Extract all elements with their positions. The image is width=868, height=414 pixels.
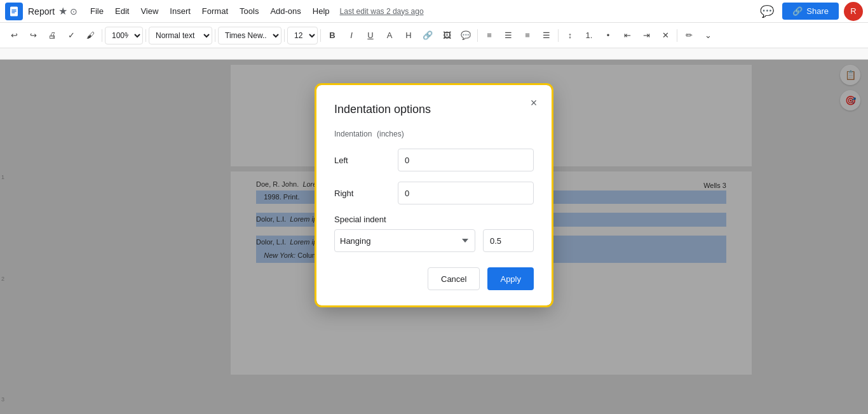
menu-view[interactable]: View — [135, 4, 163, 18]
menu-bar: File Edit View Insert Format Tools Add-o… — [85, 4, 335, 18]
toolbar: ↩ ↪ 🖨 ✓ 🖌 100% 75% 150% Normal text Head… — [0, 23, 868, 48]
indentation-text: Indentation — [334, 130, 372, 138]
decrease-indent-button[interactable]: ⇤ — [618, 27, 636, 44]
share-icon: 🔗 — [792, 6, 803, 16]
svg-rect-2 — [11, 11, 17, 11]
font-select[interactable]: Times New... Arial Georgia — [218, 27, 281, 44]
right-field-row: Right — [334, 182, 534, 204]
user-avatar: R — [844, 2, 863, 21]
indentation-label: Indentation (inches) — [334, 129, 534, 138]
app-icon — [5, 3, 23, 20]
justify-button[interactable]: ☰ — [538, 27, 555, 44]
menu-file[interactable]: File — [85, 4, 109, 18]
dialog-actions: Cancel Apply — [334, 267, 534, 290]
line-spacing-button[interactable]: ↕ — [561, 27, 579, 44]
expand-toolbar-button[interactable]: ⌄ — [699, 27, 717, 44]
font-size-select[interactable]: 12 10 14 16 — [287, 27, 318, 44]
bullet-list-button[interactable]: • — [599, 27, 617, 44]
dialog-title: Indentation options — [334, 103, 534, 116]
align-right-button[interactable]: ≡ — [519, 27, 536, 44]
cancel-button[interactable]: Cancel — [428, 267, 480, 290]
special-indent-value-input[interactable] — [483, 229, 534, 252]
menu-edit[interactable]: Edit — [110, 4, 134, 18]
history-icon[interactable]: ⊙ — [70, 6, 78, 17]
toolbar-separator-2 — [146, 29, 146, 42]
image-button[interactable]: 🖼 — [438, 27, 456, 44]
modal-overlay: Indentation options × Indentation (inche… — [0, 60, 868, 414]
align-left-button[interactable]: ≡ — [480, 27, 498, 44]
highlight-button[interactable]: H — [400, 27, 417, 44]
toolbar-separator-1 — [102, 29, 102, 42]
left-field-row: Left — [334, 149, 534, 171]
toolbar-separator-7 — [558, 29, 559, 42]
special-indent-row: None First line Hanging — [334, 229, 534, 252]
chat-icon-button[interactable]: 💬 — [757, 1, 777, 22]
menu-tools[interactable]: Tools — [234, 4, 264, 18]
apply-button[interactable]: Apply — [487, 267, 534, 290]
right-actions: 💬 🔗 Share R — [757, 1, 863, 22]
share-button[interactable]: 🔗 Share — [782, 3, 839, 20]
undo-button[interactable]: ↩ — [5, 27, 23, 44]
increase-indent-button[interactable]: ⇥ — [637, 27, 655, 44]
menu-insert[interactable]: Insert — [165, 4, 196, 18]
drawing-mode-button[interactable]: ✏ — [680, 27, 698, 44]
left-label: Left — [334, 156, 398, 165]
doc-area: 1 2 3 Wells 3 Doe, R. John. Lorem ipsum … — [0, 60, 868, 414]
dialog-close-button[interactable]: × — [525, 94, 543, 112]
toolbar-separator-8 — [677, 29, 677, 42]
svg-rect-1 — [11, 10, 17, 10]
indentation-unit: (inches) — [377, 130, 404, 138]
spellcheck-button[interactable]: ✓ — [62, 27, 80, 44]
toolbar-separator-3 — [215, 29, 215, 42]
ruler — [0, 48, 868, 60]
clear-formatting-button[interactable]: ✕ — [656, 27, 674, 44]
italic-button[interactable]: I — [342, 27, 360, 44]
toolbar-separator-4 — [284, 29, 285, 42]
doc-title: Report — [28, 6, 55, 17]
toolbar-separator-6 — [477, 29, 478, 42]
right-input[interactable] — [398, 182, 534, 204]
style-select[interactable]: Normal text Heading 1 Heading 2 — [149, 27, 212, 44]
indentation-dialog: Indentation options × Indentation (inche… — [316, 85, 552, 305]
align-center-button[interactable]: ☰ — [499, 27, 517, 44]
top-bar: Report ★ ⊙ File Edit View Insert Format … — [0, 0, 868, 23]
share-label: Share — [806, 6, 829, 16]
zoom-select[interactable]: 100% 75% 150% — [105, 27, 143, 44]
last-edit-link[interactable]: Last edit was 2 days ago — [340, 7, 424, 16]
text-color-button[interactable]: A — [381, 27, 398, 44]
comment-button[interactable]: 💬 — [457, 27, 475, 44]
paint-format-button[interactable]: 🖌 — [81, 27, 99, 44]
star-icon[interactable]: ★ — [58, 5, 67, 17]
bold-button[interactable]: B — [323, 27, 341, 44]
print-button[interactable]: 🖨 — [43, 27, 61, 44]
menu-help[interactable]: Help — [308, 4, 335, 18]
special-indent-select[interactable]: None First line Hanging — [334, 229, 475, 252]
special-indent-label: Special indent — [334, 215, 534, 224]
redo-button[interactable]: ↪ — [24, 27, 42, 44]
right-label: Right — [334, 189, 398, 198]
menu-format[interactable]: Format — [197, 4, 233, 18]
underline-button[interactable]: U — [362, 27, 379, 44]
menu-addons[interactable]: Add-ons — [265, 4, 306, 18]
left-input[interactable] — [398, 149, 534, 171]
link-button[interactable]: 🔗 — [419, 27, 437, 44]
toolbar-separator-5 — [320, 29, 321, 42]
special-indent-section: Special indent None First line Hanging — [334, 215, 534, 252]
numbered-list-button[interactable]: 1. — [580, 27, 598, 44]
svg-rect-3 — [11, 12, 15, 13]
